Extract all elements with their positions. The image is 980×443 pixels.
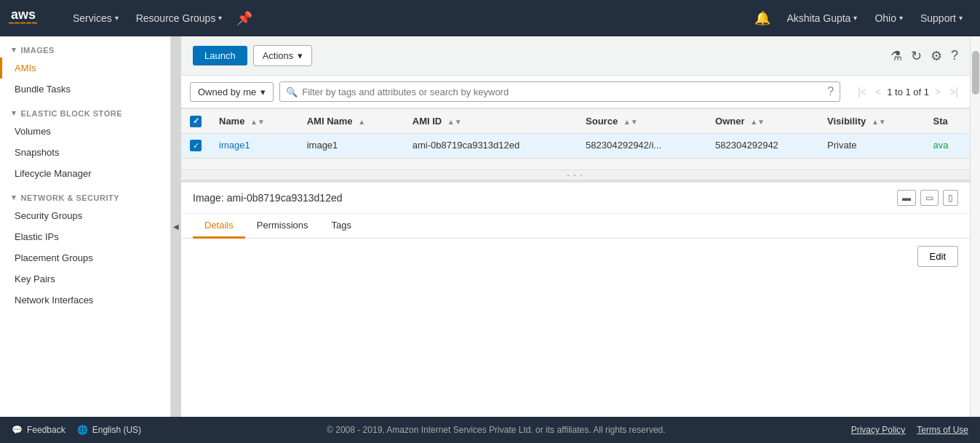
ami-id-sort-icon: ▲▼: [447, 118, 462, 126]
language-button[interactable]: 🌐 English (US): [77, 425, 141, 435]
pin-icon[interactable]: 📌: [231, 0, 258, 36]
last-page-button[interactable]: >|: [947, 84, 961, 99]
user-caret-icon: ▾: [853, 0, 857, 36]
actions-caret-icon: ▾: [298, 50, 303, 61]
search-input[interactable]: [302, 87, 823, 97]
nav-support[interactable]: Support ▾: [912, 0, 971, 36]
owner-column-header[interactable]: Owner ▲▼: [706, 109, 818, 134]
row-status-cell: ava: [924, 133, 970, 158]
filter-bar: Owned by me ▾ 🔍 ? |< < 1 to 1 of 1 > >|: [181, 76, 970, 108]
region-caret-icon: ▾: [899, 0, 903, 36]
next-page-button[interactable]: >: [932, 84, 944, 99]
source-column-header[interactable]: Source ▲▼: [577, 109, 706, 134]
search-bar: 🔍 ?: [279, 81, 840, 102]
nav-region[interactable]: Ohio ▾: [866, 0, 912, 36]
help-icon[interactable]: ?: [951, 48, 958, 63]
sidebar-item-placement-groups[interactable]: Placement Groups: [0, 247, 170, 268]
row-source-cell: 582304292942/i...: [577, 133, 706, 158]
top-navigation: aws ▔▔▔▔▔ Services ▾ Resource Groups ▾ 📌…: [0, 0, 980, 36]
sidebar-item-key-pairs[interactable]: Key Pairs: [0, 268, 170, 290]
panel-view-split-button[interactable]: ▭: [920, 190, 939, 206]
network-security-collapse-icon[interactable]: ▾: [12, 193, 17, 202]
services-caret-icon: ▾: [115, 0, 119, 36]
select-all-header: ✓: [181, 109, 210, 134]
tab-permissions[interactable]: Permissions: [245, 214, 320, 239]
terms-of-use-link[interactable]: Terms of Use: [917, 425, 968, 435]
footer-links: Privacy Policy Terms of Use: [851, 425, 968, 435]
bottom-panel-title: Image: ami-0b8719ca9313d12ed: [193, 192, 343, 204]
refresh-icon[interactable]: ↻: [911, 48, 922, 64]
prev-page-button[interactable]: <: [872, 84, 884, 99]
sidebar-collapse-arrow-icon: ◀: [173, 223, 179, 231]
first-page-button[interactable]: |<: [855, 84, 869, 99]
bell-icon[interactable]: 🔔: [747, 10, 778, 26]
tab-tags[interactable]: Tags: [320, 214, 363, 239]
select-all-checkbox[interactable]: ✓: [190, 116, 202, 127]
ebs-section-header: ▾ ELASTIC BLOCK STORE: [0, 100, 170, 121]
sidebar-item-elastic-ips[interactable]: Elastic IPs: [0, 226, 170, 247]
source-sort-icon: ▲▼: [624, 118, 638, 126]
name-sort-icon: ▲▼: [250, 118, 265, 126]
beaker-icon[interactable]: ⚗: [891, 48, 902, 64]
panel-view-horizontal-button[interactable]: ▬: [897, 190, 916, 206]
toolbar: Launch Actions ▾ ⚗ ↻ ⚙ ?: [181, 36, 970, 76]
row-owner-cell: 582304292942: [706, 133, 818, 158]
row-visibility-cell: Private: [818, 133, 924, 158]
search-help-icon[interactable]: ?: [827, 85, 834, 98]
bottom-panel-header: Image: ami-0b8719ca9313d12ed ▬ ▭ ▯: [181, 183, 970, 214]
feedback-icon: 💬: [12, 425, 23, 435]
owned-by-caret-icon: ▾: [260, 87, 266, 97]
tab-details[interactable]: Details: [193, 214, 245, 239]
content-area: Launch Actions ▾ ⚗ ↻ ⚙ ? Owned by me ▾: [181, 36, 970, 417]
table-container: Owned by me ▾ 🔍 ? |< < 1 to 1 of 1 > >|: [181, 76, 970, 158]
sidebar: ▾ IMAGES AMIs Bundle Tasks ▾ ELASTIC BLO…: [0, 36, 171, 417]
edit-button[interactable]: Edit: [917, 246, 958, 267]
images-collapse-icon[interactable]: ▾: [12, 45, 17, 55]
sidebar-item-volumes[interactable]: Volumes: [0, 121, 170, 142]
owner-sort-icon: ▲▼: [750, 118, 765, 126]
sidebar-item-security-groups[interactable]: Security Groups: [0, 205, 170, 226]
sidebar-item-snapshots[interactable]: Snapshots: [0, 142, 170, 163]
nav-user[interactable]: Akshita Gupta ▾: [778, 0, 866, 36]
table-row[interactable]: ✓ image1 image1 ami-0b8719ca9313d12ed 58…: [181, 133, 970, 158]
panel-view-icons: ▬ ▭ ▯: [897, 190, 958, 206]
support-caret-icon: ▾: [959, 0, 963, 36]
network-security-section-header: ▾ NETWORK & SECURITY: [0, 184, 170, 205]
images-section-header: ▾ IMAGES: [0, 36, 170, 57]
nav-services[interactable]: Services ▾: [64, 0, 127, 36]
sidebar-item-lifecycle-manager[interactable]: Lifecycle Manager: [0, 163, 170, 184]
vertical-scrollbar-thumb: [972, 51, 979, 95]
name-column-header[interactable]: Name ▲▼: [210, 109, 298, 134]
footer-copyright: © 2008 - 2019, Amazon Internet Services …: [153, 425, 840, 435]
ebs-collapse-icon[interactable]: ▾: [12, 108, 17, 118]
globe-icon: 🌐: [77, 425, 88, 435]
sidebar-item-network-interfaces[interactable]: Network Interfaces: [0, 290, 170, 311]
settings-icon[interactable]: ⚙: [931, 48, 942, 64]
bottom-panel-tabs: Details Permissions Tags: [181, 214, 970, 239]
sidebar-item-amis[interactable]: AMIs: [0, 57, 170, 79]
horizontal-scrollbar[interactable]: [181, 158, 970, 169]
visibility-column-header[interactable]: Visibility ▲▼: [818, 109, 924, 134]
row-checkbox-cell: ✓: [181, 133, 210, 158]
nav-resource-groups[interactable]: Resource Groups ▾: [127, 0, 231, 36]
ami-id-column-header[interactable]: AMI ID ▲▼: [404, 109, 577, 134]
row-checkbox[interactable]: ✓: [190, 140, 202, 151]
ami-name-sort-icon: ▲: [358, 118, 365, 126]
actions-button[interactable]: Actions ▾: [253, 45, 313, 66]
privacy-policy-link[interactable]: Privacy Policy: [851, 425, 906, 435]
ami-name-column-header[interactable]: AMI Name ▲: [298, 109, 404, 134]
resource-groups-caret-icon: ▾: [218, 0, 222, 36]
vertical-scrollbar[interactable]: [970, 36, 980, 417]
search-icon: 🔍: [286, 87, 298, 97]
status-column-header[interactable]: Sta: [924, 109, 970, 134]
owned-by-filter[interactable]: Owned by me ▾: [190, 82, 274, 102]
sidebar-item-bundle-tasks[interactable]: Bundle Tasks: [0, 79, 170, 100]
ami-table: ✓ Name ▲▼ AMI Name ▲ AMI ID ▲▼: [181, 108, 970, 158]
sidebar-collapse-button[interactable]: ◀: [171, 36, 181, 417]
visibility-sort-icon: ▲▼: [872, 118, 886, 126]
launch-button[interactable]: Launch: [193, 46, 247, 65]
resize-handle[interactable]: • • •: [181, 169, 970, 180]
aws-logo[interactable]: aws ▔▔▔▔▔: [9, 7, 49, 30]
feedback-button[interactable]: 💬 Feedback: [12, 425, 65, 435]
panel-view-vertical-button[interactable]: ▯: [943, 190, 958, 206]
